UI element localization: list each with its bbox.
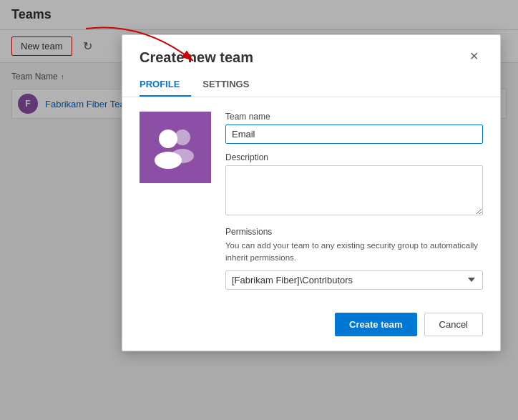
team-image[interactable]: [140, 112, 211, 183]
close-button[interactable]: ✕: [465, 49, 483, 64]
create-team-button[interactable]: Create team: [335, 313, 416, 336]
dialog-footer: Create team Cancel: [122, 304, 500, 351]
tab-profile[interactable]: PROFILE: [140, 73, 191, 97]
description-input[interactable]: [225, 165, 483, 215]
svg-point-4: [155, 152, 182, 169]
dialog-title: Create new team: [140, 49, 253, 66]
permissions-description: You can add your team to any existing se…: [225, 240, 483, 265]
team-name-input[interactable]: [225, 124, 483, 144]
background-page: Teams New team ↻ Team Name ↑ F Fabrikam …: [0, 0, 518, 420]
permissions-select[interactable]: [Fabrikam Fiber]\Contributors [Fabrikam …: [225, 270, 483, 290]
svg-point-3: [159, 130, 177, 148]
dialog-body: Team name Description Permissions You ca…: [122, 97, 500, 304]
permissions-label: Permissions: [225, 227, 483, 237]
dialog-header: Create new team ✕: [122, 35, 500, 73]
form-fields: Team name Description Permissions You ca…: [225, 112, 483, 290]
team-avatar-icon: [147, 119, 204, 176]
dialog-tabs: PROFILE SETTINGS: [122, 73, 500, 97]
tab-settings[interactable]: SETTINGS: [202, 73, 260, 97]
cancel-button[interactable]: Cancel: [424, 313, 483, 336]
create-team-dialog: Create new team ✕ PROFILE SETTINGS: [122, 34, 501, 351]
description-label: Description: [225, 152, 483, 162]
team-name-label: Team name: [225, 112, 483, 122]
